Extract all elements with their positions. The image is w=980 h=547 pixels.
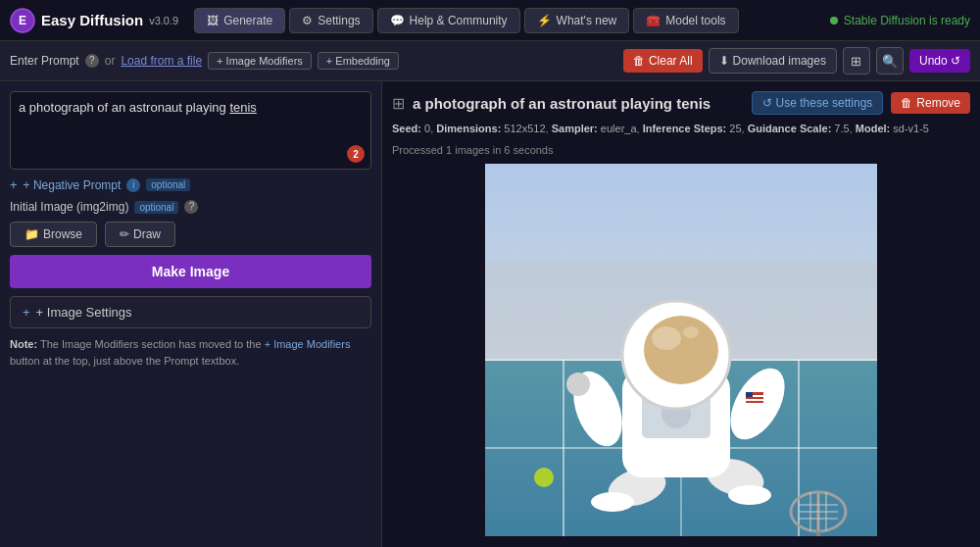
model-icon: 🧰 [646,14,661,27]
note-label: Note: [10,338,37,350]
undo-label: Undo ↺ [919,54,960,68]
help-nav-btn[interactable]: 💬 Help & Community [377,8,520,33]
lightning-icon: ⚡ [537,14,552,27]
model-value: sd-v1-5 [893,123,929,134]
refresh-icon: ↺ [762,96,772,110]
optional-badge2: optional [134,201,178,214]
svg-point-37 [534,468,554,487]
plus-icon2: + [23,305,30,320]
image-header: ⊞ a photograph of an astronaut playing t… [392,91,970,115]
right-panel: ⊞ a photograph of an astronaut playing t… [382,81,980,547]
negative-prompt-row: + + Negative Prompt i optional [10,177,371,192]
folder-icon: 📁 [24,227,39,241]
dimensions-label: Dimensions: [436,123,501,134]
model-label: Model: [856,123,890,134]
sampler-value: euler_a [601,123,637,134]
svg-text:E: E [19,14,26,27]
generate-label: Generate [223,14,272,27]
svg-rect-28 [746,392,753,397]
sampler-label: Sampler: [552,123,598,134]
navbar: E Easy Diffusion v3.0.9 🖼 Generate ⚙ Set… [0,0,980,41]
note-highlight: + Image Modifiers [265,338,351,350]
whats-new-label: What's new [557,14,617,27]
make-image-button[interactable]: Make Image [10,255,371,288]
status-indicator [830,17,838,25]
guidance-label: Guidance Scale: [748,123,832,134]
draw-icon: ✏ [120,227,129,241]
clear-all-label: Clear All [649,54,693,68]
grid-icon2: ⊞ [392,94,405,113]
draw-button[interactable]: ✏ Draw [105,222,175,247]
settings-icon: ⚙ [302,14,313,27]
note-box: Note: The Image Modifiers section has mo… [10,336,371,369]
prompt-area[interactable]: a photograph of an astronaut playing ten… [10,91,371,170]
enter-prompt-label: Enter Prompt [10,54,79,68]
seed-label: Seed: [392,123,421,134]
generate-icon: 🖼 [207,14,219,27]
toolbar: Enter Prompt ? or Load from a file + Ima… [0,41,980,81]
app-logo: E Easy Diffusion v3.0.9 [10,8,178,33]
grid-icon: ⊞ [851,54,861,69]
inference-label: Inference Steps: [643,123,727,134]
embedding-btn[interactable]: + Embedding [318,52,399,70]
download-icon: ⬇ [719,54,729,68]
settings-nav-btn[interactable]: ⚙ Settings [289,8,372,33]
logo-icon: E [10,8,35,33]
img2img-help-icon[interactable]: ? [184,200,198,214]
search-icon: 🔍 [882,54,898,69]
help-icon: 💬 [390,14,405,27]
status-text: Stable Diffusion is ready [844,14,970,27]
load-from-file-link[interactable]: Load from a file [121,54,202,68]
image-meta: Seed: 0, Dimensions: 512x512, Sampler: e… [392,121,970,138]
use-settings-button[interactable]: ↺ Use these settings [752,91,884,115]
optional-badge: optional [146,178,190,191]
trash-icon2: 🗑 [901,96,912,110]
left-panel: a photograph of an astronaut playing ten… [0,81,382,547]
clear-all-button[interactable]: 🗑 Clear All [623,49,703,73]
negative-prompt-label[interactable]: + Negative Prompt [24,178,122,192]
toolbar-left: Enter Prompt ? or Load from a file + Ima… [10,52,617,70]
image-modifiers-btn[interactable]: + Image Modifiers [208,52,312,70]
svg-point-23 [652,326,681,350]
settings-label: Settings [318,14,360,27]
svg-point-20 [566,373,590,396]
help-label: Help & Community [410,14,508,27]
prompt-prefix: a photograph of an astronaut playing [19,100,229,115]
note-text: The Image Modifiers section has moved to… [40,338,262,350]
remove-label: Remove [916,96,960,110]
grid-settings-button[interactable]: ⊞ [843,47,870,75]
plus-icon: + [10,177,18,192]
generate-nav-btn[interactable]: 🖼 Generate [194,8,285,33]
undo-button[interactable]: Undo ↺ [909,49,970,73]
image-title: a photograph of an astronaut playing ten… [413,95,744,112]
model-tools-nav-btn[interactable]: 🧰 Model tools [633,8,738,33]
file-buttons: 📁 Browse ✏ Draw [10,222,371,247]
svg-point-22 [644,316,718,384]
draw-label: Draw [133,227,161,241]
toolbar-right: 🗑 Clear All ⬇ Download images ⊞ 🔍 Undo ↺ [623,47,970,75]
svg-point-24 [683,326,699,338]
svg-rect-27 [746,399,763,401]
model-tools-label: Model tools [665,14,725,27]
search-button[interactable]: 🔍 [876,47,904,75]
image-settings-bar[interactable]: + + Image Settings [10,296,371,328]
prompt-help-icon[interactable]: ? [85,54,99,68]
browse-button[interactable]: 📁 Browse [10,222,97,247]
svg-point-14 [728,485,771,505]
use-settings-label: Use these settings [776,96,873,110]
trash-icon: 🗑 [633,54,645,68]
image-settings-label: + Image Settings [36,305,132,320]
browse-label: Browse [43,227,82,241]
app-version: v3.0.9 [149,15,178,26]
seed-value: 0 [424,123,430,134]
download-images-button[interactable]: ⬇ Download images [709,48,837,74]
processed-text: Processed 1 images in 6 seconds [392,144,970,156]
remove-button[interactable]: 🗑 Remove [891,92,970,114]
inference-value: 25 [729,123,741,134]
guidance-value: 7.5 [834,123,849,134]
whats-new-nav-btn[interactable]: ⚡ What's new [524,8,630,33]
initial-image-label: Initial Image (img2img) [10,200,128,214]
or-label: or [105,54,116,68]
generated-image-container [392,162,970,538]
initial-image-row: Initial Image (img2img) optional ? [10,200,371,214]
